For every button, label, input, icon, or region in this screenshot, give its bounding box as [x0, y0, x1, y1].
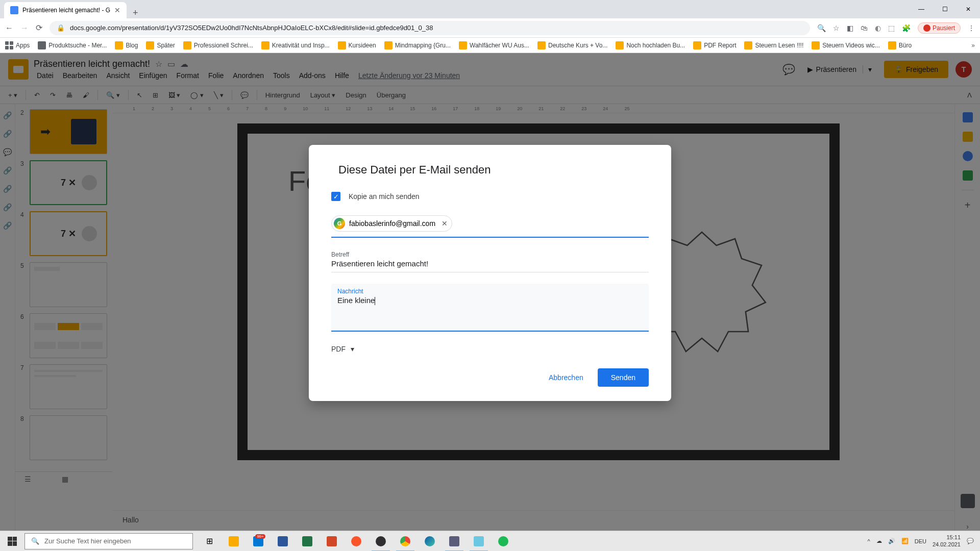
- email-file-modal: Diese Datei per E-Mail senden ✓ Kopie an…: [309, 145, 671, 401]
- message-field[interactable]: Nachricht Eine kleine: [331, 284, 649, 332]
- message-label: Nachricht: [337, 288, 643, 295]
- notifications-icon[interactable]: 💬: [967, 538, 974, 544]
- bookmark-item[interactable]: Steuern Videos wic...: [812, 41, 880, 49]
- windows-logo-icon: [8, 537, 17, 546]
- chrome-icon[interactable]: [393, 531, 418, 552]
- tray-lang[interactable]: DEU: [915, 538, 926, 544]
- excel-icon[interactable]: [295, 531, 320, 552]
- bookmark-item[interactable]: Produktsuche - Mer...: [38, 41, 107, 49]
- bookmark-item[interactable]: Professionell Schrei...: [183, 41, 253, 49]
- powerpoint-icon[interactable]: [320, 531, 344, 552]
- copy-self-checkbox[interactable]: ✓: [331, 192, 340, 201]
- explorer-icon[interactable]: [222, 531, 246, 552]
- message-value: Eine kleine: [337, 296, 375, 305]
- modal-backdrop[interactable]: Diese Datei per E-Mail senden ✓ Kopie an…: [0, 53, 980, 531]
- taskbar-search[interactable]: 🔍 Zur Suche Text hier eingeben: [24, 533, 193, 549]
- recipient-email: fabiobaslerinfo@gmail.com: [349, 219, 435, 228]
- bookmark-item[interactable]: Wahlfächer WU Aus...: [459, 41, 529, 49]
- bookmark-item[interactable]: Kursideen: [338, 41, 376, 49]
- task-view-icon[interactable]: ⊞: [197, 531, 222, 552]
- format-dropdown[interactable]: PDF ▾: [331, 345, 649, 353]
- nav-reload-icon[interactable]: ⟳: [36, 23, 42, 33]
- tray-clock[interactable]: 15:11 24.02.2021: [933, 534, 961, 547]
- windows-taskbar: 🔍 Zur Suche Text hier eingeben ⊞ 99+ ^ ☁…: [0, 531, 980, 551]
- text-cursor: [375, 297, 375, 305]
- bookmark-item[interactable]: PDF Report: [693, 41, 736, 49]
- remove-chip-icon[interactable]: ✕: [442, 219, 448, 228]
- recipient-chip[interactable]: G fabiobaslerinfo@gmail.com ✕: [331, 215, 452, 232]
- nav-back-icon[interactable]: ←: [5, 23, 13, 33]
- search-placeholder: Zur Suche Text hier eingeben: [44, 537, 131, 545]
- tray-chevron-icon[interactable]: ^: [868, 538, 870, 544]
- edge-icon[interactable]: [418, 531, 442, 552]
- dropdown-icon: ▾: [351, 345, 354, 353]
- zoom-icon[interactable]: 🔍: [817, 24, 826, 32]
- bookmark-item[interactable]: Blog: [115, 41, 138, 49]
- subject-field[interactable]: Betreff Präsentieren leicht gemacht!: [331, 249, 649, 272]
- brave-icon[interactable]: [344, 531, 369, 552]
- lock-icon: 🔒: [57, 24, 65, 32]
- nav-forward-icon[interactable]: →: [20, 23, 29, 33]
- tray-volume-icon[interactable]: 🔊: [888, 538, 895, 544]
- subject-value: Präsentieren leicht gemacht!: [331, 259, 649, 268]
- menu-icon[interactable]: ⋮: [968, 24, 975, 32]
- tray-onedrive-icon[interactable]: ☁: [876, 538, 882, 544]
- tab-close-icon[interactable]: ✕: [114, 6, 120, 14]
- url-text: docs.google.com/presentation/d/1yV372SO5…: [70, 24, 433, 32]
- bookmark-item[interactable]: Mindmapping {Gru...: [384, 41, 451, 49]
- app-icon[interactable]: [442, 531, 467, 552]
- obs-icon[interactable]: [369, 531, 393, 552]
- tab-title: Präsentieren leicht gemacht! - G: [22, 7, 110, 14]
- browser-toolbar: ← → ⟳ 🔒 docs.google.com/presentation/d/1…: [0, 18, 980, 38]
- notepad-icon[interactable]: [467, 531, 491, 552]
- recipient-avatar-icon: G: [334, 218, 345, 229]
- bookmark-item[interactable]: Kreativität und Insp...: [261, 41, 330, 49]
- bookmark-item[interactable]: Steuern Lesen !!!!: [744, 41, 803, 49]
- apps-icon: [5, 41, 13, 49]
- bookmark-item[interactable]: Noch hochladen Bu...: [616, 41, 685, 49]
- profile-paused-button[interactable]: Pausiert: [918, 22, 961, 34]
- extension-icon-2[interactable]: 🛍: [861, 24, 868, 32]
- browser-tab[interactable]: Präsentieren leicht gemacht! - G ✕: [4, 2, 127, 18]
- tray-wifi-icon[interactable]: 📶: [901, 538, 909, 544]
- start-button[interactable]: [0, 531, 24, 552]
- send-button[interactable]: Senden: [598, 368, 649, 387]
- word-icon[interactable]: [271, 531, 295, 552]
- window-close[interactable]: ✕: [957, 0, 980, 18]
- extensions-icon[interactable]: 🧩: [902, 24, 911, 32]
- extension-icon[interactable]: ◧: [847, 24, 853, 32]
- search-icon: 🔍: [31, 537, 39, 545]
- bookmarks-overflow-icon[interactable]: »: [971, 42, 975, 49]
- address-bar[interactable]: 🔒 docs.google.com/presentation/d/1yV372S…: [50, 21, 810, 35]
- modal-title: Diese Datei per E-Mail senden: [338, 163, 649, 177]
- spotify-icon[interactable]: [491, 531, 516, 552]
- recipients-field[interactable]: G fabiobaslerinfo@gmail.com ✕: [331, 211, 649, 238]
- extension-icon-4[interactable]: ⬚: [888, 24, 895, 32]
- window-maximize[interactable]: ☐: [933, 0, 957, 18]
- window-minimize[interactable]: —: [910, 0, 933, 18]
- star-icon[interactable]: ☆: [833, 24, 840, 32]
- browser-tab-strip: Präsentieren leicht gemacht! - G ✕ + — ☐…: [0, 0, 980, 18]
- slides-favicon: [10, 6, 18, 14]
- cancel-button[interactable]: Abbrechen: [540, 368, 593, 387]
- copy-self-label: Kopie an mich senden: [349, 192, 420, 201]
- mail-icon[interactable]: 99+: [246, 531, 271, 552]
- subject-label: Betreff: [331, 251, 649, 258]
- bookmark-item[interactable]: Deutsche Kurs + Vo...: [537, 41, 607, 49]
- system-tray: ^ ☁ 🔊 📶 DEU 15:11 24.02.2021 💬: [868, 534, 980, 547]
- bookmarks-bar: Apps Produktsuche - Mer... Blog Später P…: [0, 38, 980, 53]
- extension-icon-3[interactable]: ◐: [875, 24, 881, 32]
- new-tab-button[interactable]: +: [127, 8, 144, 18]
- bookmark-item[interactable]: Büro: [888, 41, 912, 49]
- apps-shortcut[interactable]: Apps: [5, 41, 30, 49]
- bookmark-item[interactable]: Später: [146, 41, 175, 49]
